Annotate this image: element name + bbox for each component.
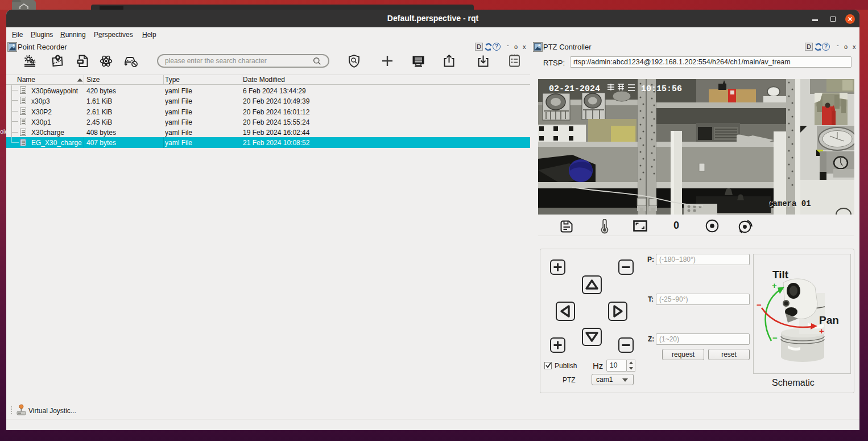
svg-text:+: + [772, 281, 777, 290]
svg-text:02-21-2024: 02-21-2024 [549, 84, 600, 94]
svg-text:10:15:56: 10:15:56 [641, 84, 682, 94]
svg-text:Camera 01: Camera 01 [768, 199, 811, 208]
svg-text:Pan: Pan [819, 314, 839, 326]
svg-text:−: − [757, 300, 762, 310]
svg-text:−: − [772, 333, 778, 343]
svg-text:Tilt: Tilt [772, 269, 789, 281]
svg-text:+: + [819, 326, 824, 336]
